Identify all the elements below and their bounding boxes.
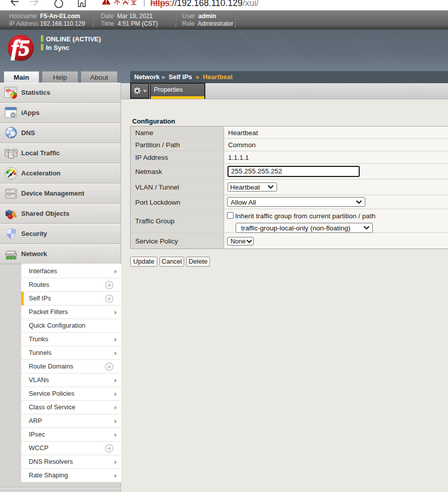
svg-text:f5: f5 xyxy=(11,36,30,60)
